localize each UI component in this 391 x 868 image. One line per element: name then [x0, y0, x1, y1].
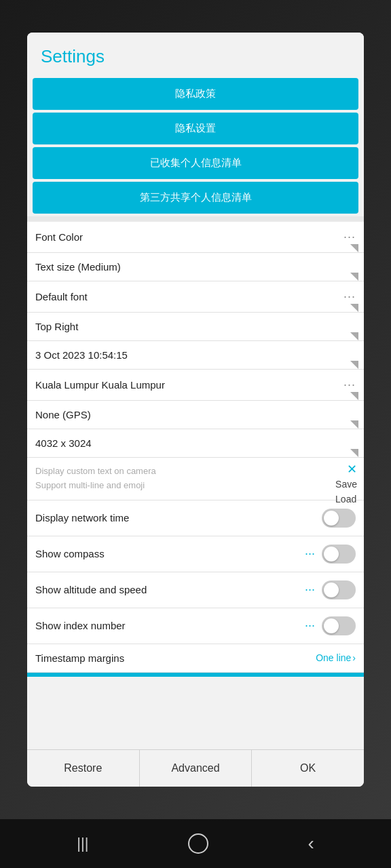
position-label: Top Right [35, 321, 356, 332]
display-network-time-label: Display network time [35, 512, 322, 524]
collected-info-button[interactable]: 已收集个人信息清单 [33, 147, 358, 179]
custom-text-line2: Support multi-line and emoji [35, 479, 315, 493]
settings-card: Settings 隐私政策 隐私设置 已收集个人信息清单 第三方共享个人信息清单… [27, 33, 364, 787]
save-load-col: Save Load [335, 478, 357, 506]
section-gap-1 [27, 216, 364, 222]
third-party-button[interactable]: 第三方共享个人信息清单 [33, 182, 358, 214]
restore-button[interactable]: Restore [27, 750, 140, 787]
recents-icon[interactable]: ||| [77, 835, 88, 852]
position-triangle [350, 332, 358, 340]
custom-text-box: Display custom text on camera Support mu… [27, 458, 364, 500]
location-dots[interactable]: ··· [343, 378, 356, 392]
home-icon[interactable] [188, 833, 208, 854]
font-color-label: Font Color [35, 231, 338, 243]
date-triangle [350, 361, 358, 369]
show-compass-label: Show compass [35, 548, 305, 559]
privacy-settings-button[interactable]: 隐私设置 [33, 113, 358, 144]
save-label[interactable]: Save [335, 478, 357, 492]
blue-bottom-bar [27, 673, 364, 677]
date-label: 3 Oct 2023 10:54:15 [35, 349, 356, 361]
show-altitude-row: Show altitude and speed ··· [27, 572, 364, 608]
settings-header: Settings [27, 33, 364, 75]
font-color-row[interactable]: Font Color ··· [27, 222, 364, 253]
show-altitude-label: Show altitude and speed [35, 584, 305, 595]
location-label: Kuala Lumpur Kuala Lumpur [35, 379, 338, 391]
resolution-triangle [350, 449, 358, 457]
gps-label: None (GPS) [35, 409, 356, 420]
location-triangle [350, 392, 358, 400]
display-network-time-toggle[interactable] [322, 509, 356, 528]
ok-button[interactable]: OK [252, 750, 364, 787]
chevron-right-icon: › [352, 652, 356, 663]
show-altitude-dots[interactable]: ··· [305, 583, 315, 597]
gps-triangle [350, 420, 358, 429]
show-compass-dots[interactable]: ··· [305, 547, 315, 561]
custom-text-actions: ✕ Save Load [335, 463, 357, 506]
font-color-dots[interactable]: ··· [343, 230, 356, 244]
default-font-dots[interactable]: ··· [343, 290, 356, 304]
position-row[interactable]: Top Right [27, 313, 364, 341]
text-size-label: Text size (Medium) [35, 261, 356, 273]
show-index-toggle[interactable] [322, 616, 356, 635]
resolution-label: 4032 x 3024 [35, 437, 356, 449]
show-altitude-toggle[interactable] [322, 580, 356, 599]
settings-title: Settings [41, 46, 105, 66]
nav-bar: ||| ‹ [0, 819, 391, 868]
show-index-dots[interactable]: ··· [305, 618, 315, 633]
bottom-buttons: Restore Advanced OK [27, 749, 364, 787]
show-compass-toggle[interactable] [322, 545, 356, 564]
default-font-row[interactable]: Default font ··· [27, 281, 364, 313]
text-size-triangle [350, 273, 358, 281]
location-row[interactable]: Kuala Lumpur Kuala Lumpur ··· [27, 370, 364, 401]
timestamp-margins-label: Timestamp margins [35, 652, 316, 664]
custom-text-line1: Display custom text on camera [35, 465, 315, 479]
settings-body: 隐私政策 隐私设置 已收集个人信息清单 第三方共享个人信息清单 Font Col… [27, 75, 364, 749]
back-icon[interactable]: ‹ [308, 833, 314, 854]
default-font-triangle [350, 304, 358, 312]
gps-row[interactable]: None (GPS) [27, 401, 364, 429]
text-size-row[interactable]: Text size (Medium) [27, 253, 364, 281]
default-font-label: Default font [35, 291, 338, 302]
privacy-policy-button[interactable]: 隐私政策 [33, 78, 358, 110]
timestamp-margins-row[interactable]: Timestamp margins One line › [27, 644, 364, 673]
date-row[interactable]: 3 Oct 2023 10:54:15 [27, 341, 364, 370]
advanced-button[interactable]: Advanced [140, 750, 253, 787]
show-index-label: Show index number [35, 620, 305, 631]
load-label[interactable]: Load [335, 493, 357, 507]
font-color-triangle [350, 244, 358, 252]
one-line-label: One line [316, 652, 351, 663]
resolution-row[interactable]: 4032 x 3024 [27, 429, 364, 458]
show-compass-row: Show compass ··· [27, 536, 364, 572]
one-line-button[interactable]: One line › [316, 652, 356, 663]
close-custom-text-icon[interactable]: ✕ [347, 463, 357, 475]
show-index-row: Show index number ··· [27, 608, 364, 644]
display-network-time-row: Display network time [27, 500, 364, 536]
